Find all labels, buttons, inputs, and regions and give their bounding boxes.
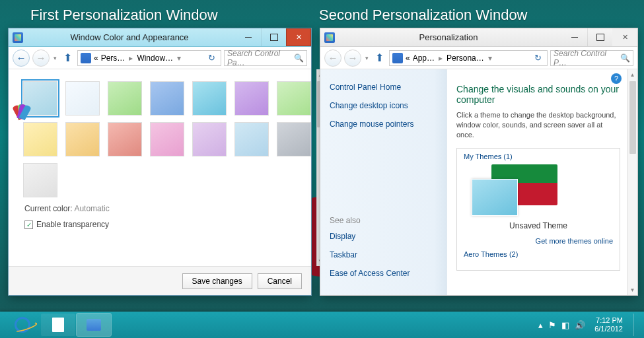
aero-themes-label: Aero Themes (2) xyxy=(464,250,613,258)
sidebar: Control Panel Home Change desktop icons … xyxy=(320,69,447,295)
power-icon[interactable]: ◧ xyxy=(561,320,569,330)
clock[interactable]: 7:12 PM 6/1/2012 xyxy=(594,316,623,333)
refresh-button[interactable]: ↻ xyxy=(532,53,544,63)
minimize-button[interactable] xyxy=(562,28,587,46)
address-bar[interactable]: « Pers… ▸ Window… ▾ ↻ xyxy=(77,50,221,66)
main-panel: ? Change the visuals and sounds on your … xyxy=(447,69,627,295)
help-icon[interactable]: ? xyxy=(611,73,622,84)
maximize-button[interactable] xyxy=(587,28,612,46)
transparency-row[interactable]: ✓ Enable transparency xyxy=(9,220,316,238)
see-also-display[interactable]: Display xyxy=(330,232,437,241)
chevron-down-icon[interactable]: ▾ xyxy=(176,53,182,63)
titlebar[interactable]: Personalization xyxy=(320,28,637,47)
color-swatch[interactable] xyxy=(23,122,57,156)
breadcrumb-seg[interactable]: Persona… xyxy=(447,53,484,63)
color-swatch[interactable] xyxy=(150,122,184,156)
scroll-up-icon[interactable]: ▲ xyxy=(630,69,635,80)
chevron-down-icon[interactable]: ▾ xyxy=(487,53,493,63)
scroll-down-icon[interactable]: ▼ xyxy=(630,285,635,295)
show-desktop-button[interactable] xyxy=(633,314,639,336)
theme-name: Unsaved Theme xyxy=(464,221,613,230)
color-swatch-grid xyxy=(9,69,316,203)
forward-button[interactable]: → xyxy=(32,50,50,67)
flag-icon[interactable]: ⚑ xyxy=(548,320,556,330)
current-color-label: Current color: xyxy=(24,204,73,213)
color-swatch[interactable] xyxy=(192,81,227,116)
search-placeholder: Search Control Pa… xyxy=(227,49,294,67)
theme-thumbnail[interactable] xyxy=(472,164,557,219)
close-button[interactable] xyxy=(612,28,637,46)
personalization-icon xyxy=(87,319,101,331)
tray-chevron-icon[interactable]: ▴ xyxy=(538,320,543,330)
save-button[interactable]: Save changes xyxy=(182,273,252,289)
see-also-taskbar[interactable]: Taskbar xyxy=(330,250,437,259)
sidebar-link-icons[interactable]: Change desktop icons xyxy=(330,101,437,110)
maximize-button[interactable] xyxy=(261,28,286,46)
history-dropdown[interactable]: ▾ xyxy=(52,55,58,61)
see-also-label: See also xyxy=(330,216,437,225)
location-icon xyxy=(81,53,91,63)
color-swatch[interactable] xyxy=(108,81,142,116)
control-panel-icon xyxy=(324,32,335,43)
taskbar-ie[interactable] xyxy=(5,314,40,336)
breadcrumb-seg[interactable]: « xyxy=(94,53,98,63)
up-button[interactable]: ⬆ xyxy=(373,51,386,64)
history-dropdown[interactable]: ▾ xyxy=(364,55,370,61)
color-swatch[interactable] xyxy=(150,81,184,116)
color-swatch[interactable] xyxy=(108,122,142,156)
search-icon: 🔍 xyxy=(294,53,304,63)
navigation-bar: ← → ▾ ⬆ « App… ▸ Persona… ▾ ↻ Search Con… xyxy=(320,47,637,69)
search-input[interactable]: Search Control Pa… 🔍 xyxy=(224,50,307,66)
search-input[interactable]: Search Control P… 🔍 xyxy=(550,50,633,66)
transparency-checkbox[interactable]: ✓ xyxy=(24,220,33,229)
breadcrumb-seg[interactable]: App… xyxy=(413,53,435,63)
breadcrumb-seg[interactable]: Window… xyxy=(137,53,173,63)
system-tray: ▴ ⚑ ◧ 🔊 7:12 PM 6/1/2012 xyxy=(538,314,639,336)
button-row: Save changes Cancel xyxy=(9,266,311,295)
color-swatch[interactable] xyxy=(234,122,269,156)
window-title: Window Color and Appearance xyxy=(23,32,236,42)
minimize-button[interactable] xyxy=(236,28,261,46)
sidebar-home[interactable]: Control Panel Home xyxy=(330,83,437,92)
color-swatch[interactable] xyxy=(277,122,311,156)
more-themes-link[interactable]: Get more themes online xyxy=(536,237,613,245)
scrollbar[interactable]: ▲ ▼ xyxy=(627,69,637,295)
color-swatch[interactable] xyxy=(277,81,311,116)
scroll-thumb[interactable] xyxy=(629,81,636,154)
color-fan-icon xyxy=(15,102,37,121)
taskbar-personalization[interactable] xyxy=(77,314,111,336)
color-swatch[interactable] xyxy=(65,81,100,116)
up-button[interactable]: ⬆ xyxy=(61,51,75,64)
close-button[interactable] xyxy=(286,28,311,46)
breadcrumb-seg[interactable]: « xyxy=(406,53,410,63)
window-controls xyxy=(562,28,637,46)
taskbar: ▴ ⚑ ◧ 🔊 7:12 PM 6/1/2012 xyxy=(0,312,644,338)
window-controls xyxy=(236,28,311,46)
my-themes-label: My Themes (1) xyxy=(464,152,613,160)
sidebar-link-pointers[interactable]: Change mouse pointers xyxy=(330,119,437,129)
color-swatch[interactable] xyxy=(23,163,57,197)
back-button[interactable]: ← xyxy=(13,50,30,67)
volume-icon[interactable]: 🔊 xyxy=(575,320,585,330)
chevron-right-icon: ▸ xyxy=(127,53,134,63)
control-panel-icon xyxy=(13,32,23,43)
see-also-ease[interactable]: Ease of Access Center xyxy=(330,269,437,278)
address-bar[interactable]: « App… ▸ Persona… ▾ ↻ xyxy=(389,50,548,66)
caption-right: Second Personalization Window xyxy=(319,7,528,24)
cancel-button[interactable]: Cancel xyxy=(258,273,302,289)
current-color-row: Current color: Automatic xyxy=(9,203,316,220)
back-button[interactable]: ← xyxy=(324,50,341,67)
color-swatch[interactable] xyxy=(23,81,57,116)
breadcrumb-seg[interactable]: Pers… xyxy=(101,53,125,63)
color-swatch[interactable] xyxy=(65,122,100,156)
titlebar[interactable]: Window Color and Appearance xyxy=(9,28,311,47)
chevron-right-icon: ▸ xyxy=(437,53,444,63)
search-placeholder: Search Control P… xyxy=(554,49,620,67)
color-swatch[interactable] xyxy=(234,81,269,116)
forward-button[interactable]: → xyxy=(344,50,361,67)
caption-left: First Personalization Window xyxy=(30,7,218,24)
color-swatch[interactable] xyxy=(192,122,227,156)
search-icon: 🔍 xyxy=(620,53,630,63)
refresh-button[interactable]: ↻ xyxy=(205,53,218,63)
taskbar-explorer[interactable] xyxy=(41,314,75,336)
